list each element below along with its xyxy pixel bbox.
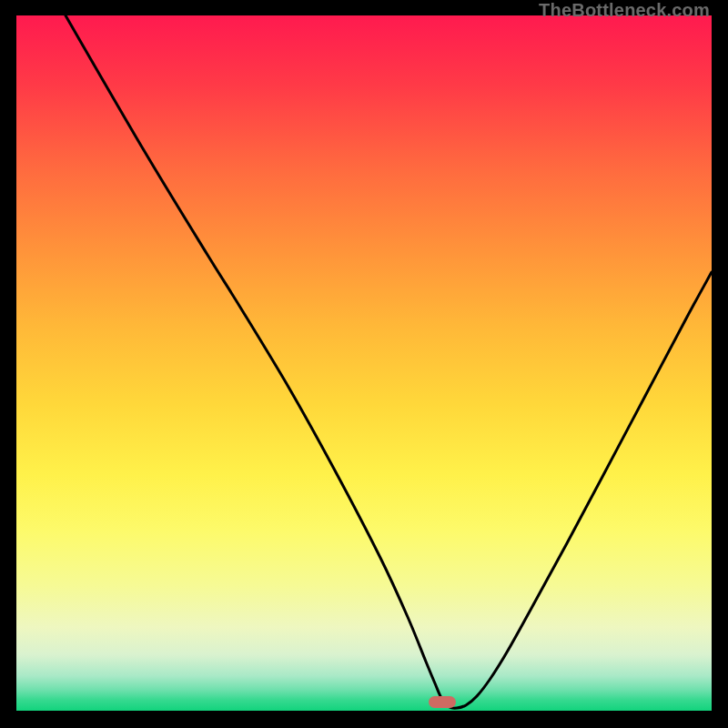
optimal-point-marker — [429, 696, 456, 708]
chart-frame: TheBottleneck.com — [0, 0, 728, 728]
plot-area — [16, 15, 712, 711]
bottleneck-curve — [66, 15, 712, 708]
curve-layer — [16, 15, 712, 711]
